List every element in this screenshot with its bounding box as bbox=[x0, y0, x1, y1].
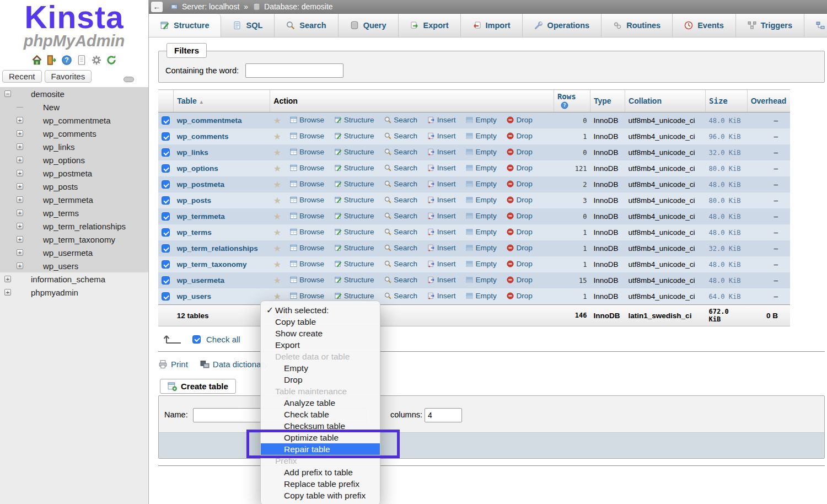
favorite-star-icon[interactable]: ★ bbox=[273, 228, 281, 237]
favorite-star-icon[interactable]: ★ bbox=[273, 276, 281, 285]
table-name-link[interactable]: wp_term_taxonomy bbox=[177, 260, 247, 269]
check-all-label[interactable]: Check all bbox=[206, 335, 240, 344]
structure-link[interactable]: Structure bbox=[335, 180, 374, 188]
drop-link[interactable]: Drop bbox=[507, 292, 532, 300]
tree-item[interactable]: wp_posts bbox=[0, 180, 148, 193]
search-link[interactable]: Search bbox=[384, 212, 417, 220]
tree-expander-icon[interactable] bbox=[17, 107, 23, 108]
browse-link[interactable]: Browse bbox=[290, 292, 324, 300]
tree-expander-icon[interactable] bbox=[17, 117, 23, 124]
empty-link[interactable]: Empty bbox=[466, 164, 496, 172]
insert-link[interactable]: Insert bbox=[428, 148, 456, 156]
menu-item[interactable]: Prefix bbox=[261, 455, 380, 467]
tree-expander-icon[interactable] bbox=[17, 196, 23, 203]
structure-link[interactable]: Structure bbox=[335, 196, 374, 204]
row-checkbox[interactable] bbox=[162, 228, 170, 237]
search-link[interactable]: Search bbox=[384, 164, 417, 172]
menu-item[interactable]: Repair table bbox=[261, 443, 380, 455]
tree-expander-icon[interactable] bbox=[17, 143, 23, 150]
row-checkbox[interactable] bbox=[162, 132, 170, 141]
browse-link[interactable]: Browse bbox=[290, 196, 324, 204]
browse-link[interactable]: Browse bbox=[290, 132, 324, 140]
breadcrumb-server-link[interactable]: Server: localhost bbox=[182, 2, 239, 11]
menu-item[interactable]: Check table bbox=[261, 409, 380, 420]
row-checkbox[interactable] bbox=[162, 244, 170, 253]
browse-link[interactable]: Browse bbox=[290, 116, 324, 124]
header-size[interactable]: Size bbox=[706, 90, 748, 112]
drop-link[interactable]: Drop bbox=[507, 164, 532, 172]
favorite-star-icon[interactable]: ★ bbox=[273, 244, 281, 253]
search-link[interactable]: Search bbox=[384, 132, 417, 140]
tab-designer[interactable]: Designer bbox=[804, 14, 827, 37]
insert-link[interactable]: Insert bbox=[428, 212, 456, 220]
table-name-link[interactable]: wp_commentmeta bbox=[177, 116, 242, 125]
sidebar-collapse-handle[interactable] bbox=[123, 77, 134, 82]
empty-link[interactable]: Empty bbox=[466, 292, 496, 300]
browse-link[interactable]: Browse bbox=[290, 260, 324, 268]
table-name-link[interactable]: wp_users bbox=[177, 292, 211, 301]
structure-link[interactable]: Structure bbox=[335, 228, 374, 236]
favorite-star-icon[interactable]: ★ bbox=[273, 212, 281, 221]
drop-link[interactable]: Drop bbox=[507, 228, 532, 236]
row-checkbox[interactable] bbox=[162, 260, 170, 269]
empty-link[interactable]: Empty bbox=[466, 212, 496, 220]
tree-expander-icon[interactable] bbox=[17, 130, 23, 137]
tree-expander-icon[interactable] bbox=[4, 90, 11, 97]
tree-item[interactable]: wp_usermeta bbox=[0, 246, 148, 259]
docs-icon[interactable] bbox=[76, 55, 87, 66]
favorite-star-icon[interactable]: ★ bbox=[273, 260, 281, 269]
tab-routines[interactable]: Routines bbox=[602, 14, 673, 37]
favorite-star-icon[interactable]: ★ bbox=[273, 132, 281, 141]
structure-link[interactable]: Structure bbox=[335, 212, 374, 220]
browse-link[interactable]: Browse bbox=[290, 164, 324, 172]
rows-help-icon[interactable] bbox=[561, 101, 568, 109]
insert-link[interactable]: Insert bbox=[428, 196, 456, 204]
table-name-link[interactable]: wp_options bbox=[177, 164, 218, 173]
tree-item[interactable]: wp_comments bbox=[0, 127, 148, 140]
search-link[interactable]: Search bbox=[384, 292, 417, 300]
drop-link[interactable]: Drop bbox=[507, 180, 532, 188]
filter-input[interactable] bbox=[245, 63, 343, 78]
row-checkbox[interactable] bbox=[162, 180, 170, 189]
drop-link[interactable]: Drop bbox=[507, 244, 532, 252]
menu-item[interactable]: Show create bbox=[261, 328, 380, 339]
menu-item[interactable]: Add prefix to table bbox=[261, 467, 380, 478]
menu-item[interactable]: Empty bbox=[261, 362, 380, 374]
favorite-star-icon[interactable]: ★ bbox=[273, 180, 281, 189]
menu-item[interactable]: Optimize table bbox=[261, 432, 380, 443]
empty-link[interactable]: Empty bbox=[466, 260, 496, 268]
tree-item[interactable]: wp_term_relationships bbox=[0, 219, 148, 233]
empty-link[interactable]: Empty bbox=[466, 180, 496, 188]
empty-link[interactable]: Empty bbox=[466, 276, 496, 284]
tree-item[interactable]: wp_terms bbox=[0, 206, 148, 219]
tree-expander-icon[interactable] bbox=[4, 289, 11, 296]
empty-link[interactable]: Empty bbox=[466, 244, 496, 252]
home-icon[interactable] bbox=[31, 55, 42, 66]
menu-item[interactable]: Checksum table bbox=[261, 420, 380, 432]
tree-expander-icon[interactable] bbox=[17, 210, 23, 216]
tree-item[interactable]: wp_users bbox=[0, 259, 148, 272]
tree-expander-icon[interactable] bbox=[17, 183, 23, 190]
tree-expander-icon[interactable] bbox=[17, 223, 23, 229]
row-checkbox[interactable] bbox=[162, 196, 170, 205]
search-link[interactable]: Search bbox=[384, 276, 417, 284]
insert-link[interactable]: Insert bbox=[428, 132, 456, 140]
menu-item[interactable]: ✓With selected: bbox=[261, 304, 380, 316]
search-link[interactable]: Search bbox=[384, 148, 417, 156]
header-collation[interactable]: Collation bbox=[625, 90, 706, 112]
favorite-star-icon[interactable]: ★ bbox=[273, 148, 281, 157]
browse-link[interactable]: Browse bbox=[290, 228, 324, 236]
tree-item[interactable]: wp_postmeta bbox=[0, 167, 148, 180]
browse-link[interactable]: Browse bbox=[290, 276, 324, 284]
tree-item[interactable]: wp_links bbox=[0, 140, 148, 153]
tab-search[interactable]: Search bbox=[275, 14, 338, 37]
tab-operations[interactable]: Operations bbox=[523, 14, 602, 37]
logout-icon[interactable] bbox=[46, 55, 57, 66]
table-name-link[interactable]: wp_posts bbox=[177, 196, 211, 205]
drop-link[interactable]: Drop bbox=[507, 116, 532, 124]
favorite-star-icon[interactable]: ★ bbox=[273, 292, 281, 301]
tab-sql[interactable]: SQL bbox=[221, 14, 275, 37]
tree-expander-icon[interactable] bbox=[17, 157, 23, 163]
menu-item[interactable]: Export bbox=[261, 339, 380, 351]
insert-link[interactable]: Insert bbox=[428, 228, 456, 236]
